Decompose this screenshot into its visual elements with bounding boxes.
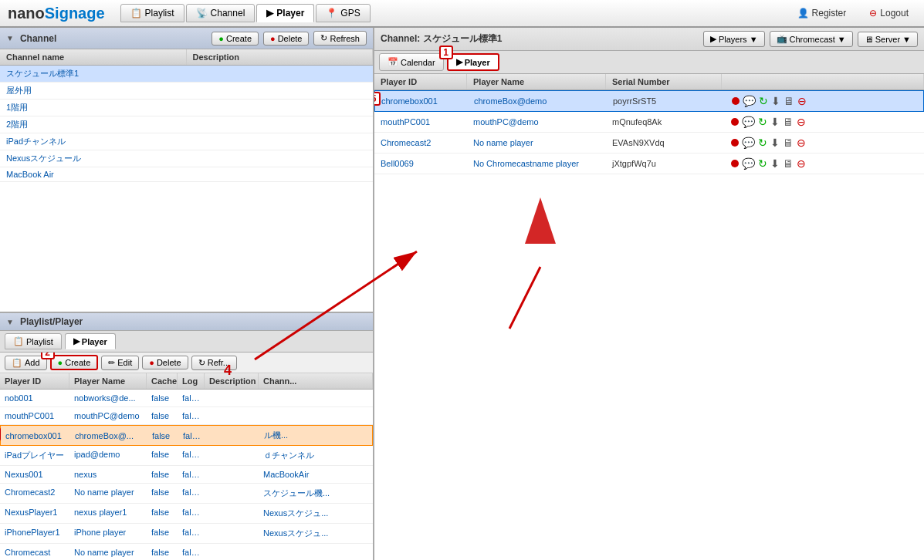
right-table-body: 5 chromebox001 chromeBox@demo poyrrSrST5… bbox=[374, 90, 924, 560]
refresh-row-icon[interactable]: ↻ bbox=[758, 116, 767, 128]
list-item[interactable]: MacBook Air bbox=[0, 167, 373, 182]
channel-delete-button[interactable]: ● Delete bbox=[263, 32, 309, 46]
table-row[interactable]: mouthPC001 mouthPC@demo false false bbox=[0, 407, 373, 425]
chromecast-button[interactable]: 📺 Chromecast ▼ bbox=[770, 31, 853, 47]
right-table-header: Player ID Player Name Serial Number bbox=[374, 74, 924, 90]
col-channel: Chann... bbox=[259, 373, 373, 389]
table-row[interactable]: Nexus001 nexus false false MacBookAir bbox=[0, 466, 373, 484]
channel-row-name: 屋外用 bbox=[6, 85, 187, 96]
channel-section: ▼ Channel ● Create ● Delete ↻ bbox=[0, 28, 373, 313]
left-panel: ▼ Channel ● Create ● Delete ↻ bbox=[0, 28, 374, 560]
view-icon[interactable]: 🖥 bbox=[784, 95, 794, 107]
table-row[interactable]: Chromecast2 No name player EVAsN9XVdq 💬 … bbox=[374, 133, 924, 153]
table-row[interactable]: NexusPlayer1 nexus player1 false false N… bbox=[0, 504, 373, 524]
col-player-name: Player Name bbox=[69, 373, 147, 389]
playlist-tab-icon: 📋 bbox=[13, 336, 24, 346]
player-table-actions: 📋 Add ● Create 2 ✏ bbox=[0, 353, 373, 373]
playlist-section-header: ▼ Playlist/Player bbox=[0, 313, 373, 331]
tab-playlist[interactable]: 📋 Playlist bbox=[120, 4, 184, 22]
create-player-icon: ● bbox=[58, 358, 63, 367]
tab-player-btn[interactable]: ▶ Player bbox=[65, 333, 116, 349]
table-row[interactable]: Bell0069 No Chromecastname player jXtgpf… bbox=[374, 153, 924, 174]
add-icon: 📋 bbox=[12, 358, 22, 368]
delete-player-icon: ● bbox=[149, 358, 154, 367]
list-item[interactable]: 1階用 bbox=[0, 100, 373, 116]
view-icon[interactable]: 🖥 bbox=[783, 157, 794, 170]
tab-playlist-label: Playlist bbox=[145, 8, 174, 19]
logout-button[interactable]: ⊖ Logout bbox=[861, 5, 916, 21]
player-edit-button[interactable]: ✏ Edit bbox=[101, 356, 139, 370]
players-chevron-icon: ▼ bbox=[750, 35, 758, 44]
remove-icon[interactable]: ⊖ bbox=[797, 157, 806, 170]
players-button[interactable]: ▶ Players ▼ bbox=[703, 31, 765, 47]
playlist-section: ▼ Playlist/Player 📋 Playlist ▶ Player bbox=[0, 313, 373, 560]
channel-refresh-button[interactable]: ↻ Refresh bbox=[313, 31, 367, 46]
badge-3: 3 bbox=[0, 427, 1, 441]
channel-collapse-icon[interactable]: ▼ bbox=[6, 34, 14, 42]
remove-icon[interactable]: ⊖ bbox=[797, 116, 806, 128]
view-icon[interactable]: 🖥 bbox=[783, 116, 794, 128]
refresh-icon: ↻ bbox=[320, 33, 327, 43]
player-table-header: Player ID Player Name Cache Log Descript… bbox=[0, 373, 373, 390]
list-item[interactable]: 屋外用 bbox=[0, 83, 373, 100]
message-icon[interactable]: 💬 bbox=[743, 95, 756, 107]
tab-channel[interactable]: 📡 Channel bbox=[186, 4, 256, 22]
playlist-icon: 📋 bbox=[130, 8, 142, 19]
app-header: nanoSignage 📋 Playlist 📡 Channel ▶ Playe… bbox=[0, 0, 924, 28]
register-button[interactable]: 👤 Register bbox=[790, 5, 855, 21]
table-row[interactable]: mouthPC001 mouthPC@demo mQnufeq8Ak 💬 ↻ ⬇… bbox=[374, 112, 924, 133]
playlist-collapse-icon[interactable]: ▼ bbox=[6, 318, 14, 326]
remove-icon[interactable]: ⊖ bbox=[797, 137, 806, 149]
right-col-actions bbox=[722, 74, 924, 89]
view-icon[interactable]: 🖥 bbox=[783, 137, 794, 149]
table-row[interactable]: Chromecast No name player false false bbox=[0, 544, 373, 560]
right-panel: Channel: スケジュール標準1 ▶ Players ▼ 📺 Chromec… bbox=[374, 28, 924, 560]
register-icon: 👤 bbox=[797, 8, 809, 19]
badge-5: 5 bbox=[374, 92, 381, 106]
tab-calendar[interactable]: 📅 Calendar bbox=[379, 53, 444, 71]
server-button[interactable]: 🖥 Server ▼ bbox=[858, 32, 918, 47]
channel-icon: 📡 bbox=[196, 8, 208, 19]
table-row[interactable]: nob001 nobworks@de... false false bbox=[0, 390, 373, 407]
tab-channel-label: Channel bbox=[211, 8, 245, 19]
list-item[interactable]: iPadチャンネル bbox=[0, 133, 373, 150]
remove-icon[interactable]: ⊖ bbox=[797, 95, 807, 107]
refresh-row-icon[interactable]: ↻ bbox=[758, 137, 767, 149]
channel-table-body: スケジュール標準1 屋外用 1階用 2階用 bbox=[0, 66, 373, 312]
table-row[interactable]: iPhonePlayer1 iPhone player false false … bbox=[0, 524, 373, 544]
message-icon[interactable]: 💬 bbox=[742, 116, 755, 128]
message-icon[interactable]: 💬 bbox=[742, 157, 755, 170]
table-row[interactable]: Chromecast2 No name player false false ス… bbox=[0, 484, 373, 504]
tab-player[interactable]: ▶ Player bbox=[256, 4, 314, 22]
download-icon[interactable]: ⬇ bbox=[770, 116, 780, 128]
player-right-icon: ▶ bbox=[456, 57, 462, 67]
table-row[interactable]: 5 chromebox001 chromeBox@demo poyrrSrST5… bbox=[374, 90, 924, 112]
row-action-icons: 💬 ↻ ⬇ 🖥 ⊖ bbox=[728, 116, 918, 128]
list-item[interactable]: Nexusスケジュール bbox=[0, 150, 373, 167]
player-delete-button[interactable]: ● Delete bbox=[142, 356, 188, 369]
right-col-serial: Serial Number bbox=[606, 74, 722, 89]
player-create-button[interactable]: ● Create bbox=[50, 355, 99, 370]
message-icon[interactable]: 💬 bbox=[742, 137, 755, 149]
refresh-row-icon[interactable]: ↻ bbox=[758, 157, 767, 170]
channel-section-title: Channel bbox=[20, 33, 205, 44]
download-icon[interactable]: ⬇ bbox=[770, 157, 780, 170]
col-description: Description bbox=[205, 373, 259, 389]
refresh-row-icon[interactable]: ↻ bbox=[759, 95, 768, 107]
tab-player-right[interactable]: ▶ Player bbox=[447, 53, 499, 71]
download-icon[interactable]: ⬇ bbox=[771, 95, 780, 107]
tab-gps-label: GPS bbox=[340, 8, 360, 19]
table-row[interactable]: iPadプレイヤー ipad@demo false false ｄチャンネル bbox=[0, 446, 373, 466]
chromecast-chevron-icon: ▼ bbox=[838, 35, 846, 44]
list-item[interactable]: 2階用 bbox=[0, 116, 373, 133]
download-icon[interactable]: ⬇ bbox=[770, 137, 780, 149]
channel-create-button[interactable]: ● Create bbox=[212, 32, 259, 46]
tab-gps[interactable]: 📍 GPS bbox=[316, 4, 370, 22]
badge-1: 1 bbox=[439, 46, 453, 59]
right-panel-actions: ▶ Players ▼ 📺 Chromecast ▼ 🖥 Server ▼ bbox=[703, 31, 918, 47]
list-item[interactable]: スケジュール標準1 bbox=[0, 66, 373, 83]
tab-playlist-btn[interactable]: 📋 Playlist bbox=[5, 333, 62, 349]
table-row[interactable]: 3 chromebox001 chromeBox@... false false… bbox=[0, 425, 373, 446]
player-refresh-button[interactable]: ↻ Refr... bbox=[191, 356, 237, 370]
logo-signage: Signage bbox=[45, 5, 105, 22]
